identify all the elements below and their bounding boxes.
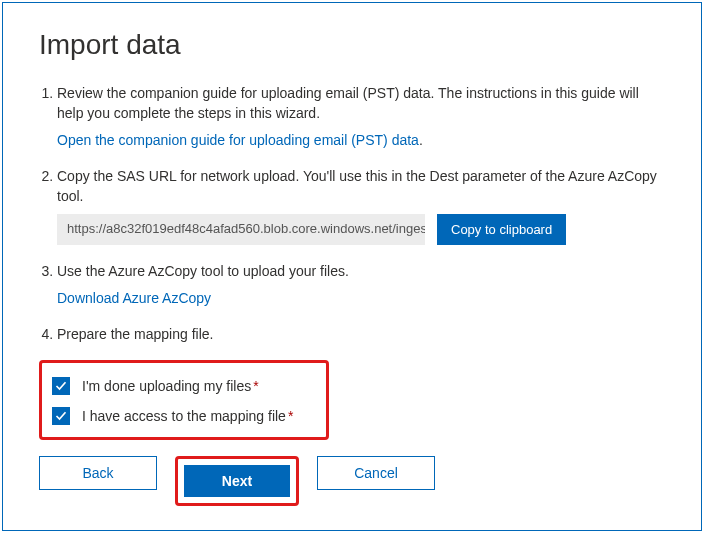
sas-url-field[interactable]: https://a8c32f019edf48c4afad560.blob.cor… (57, 214, 425, 245)
checkmark-icon (55, 410, 67, 422)
step-2-text: Copy the SAS URL for network upload. You… (57, 168, 657, 204)
copy-to-clipboard-button[interactable]: Copy to clipboard (437, 214, 566, 245)
cancel-button[interactable]: Cancel (317, 456, 435, 490)
checkbox-done-uploading-label: I'm done uploading my files* (82, 378, 259, 394)
download-azcopy-link[interactable]: Download Azure AzCopy (57, 290, 211, 306)
step-2: Copy the SAS URL for network upload. You… (57, 166, 665, 245)
step-4: Prepare the mapping file. (57, 324, 665, 344)
step-4-text: Prepare the mapping file. (57, 326, 213, 342)
step-3: Use the Azure AzCopy tool to upload your… (57, 261, 665, 308)
checkbox-mapping-file-access[interactable] (52, 407, 70, 425)
checkbox-done-uploading[interactable] (52, 377, 70, 395)
steps-list: Review the companion guide for uploading… (39, 83, 665, 344)
confirmation-checkboxes: I'm done uploading my files* I have acce… (39, 360, 329, 440)
required-indicator: * (253, 378, 258, 394)
required-indicator: * (288, 408, 293, 424)
next-button[interactable]: Next (184, 465, 290, 497)
checkmark-icon (55, 380, 67, 392)
back-button[interactable]: Back (39, 456, 157, 490)
step-3-text: Use the Azure AzCopy tool to upload your… (57, 263, 349, 279)
page-title: Import data (39, 29, 665, 61)
wizard-buttons: Back Next Cancel (39, 456, 665, 506)
next-button-highlight: Next (175, 456, 299, 506)
step-1: Review the companion guide for uploading… (57, 83, 665, 150)
checkbox-mapping-file-access-label: I have access to the mapping file* (82, 408, 293, 424)
import-data-panel: Import data Review the companion guide f… (2, 2, 702, 531)
step-1-text: Review the companion guide for uploading… (57, 85, 639, 121)
companion-guide-link[interactable]: Open the companion guide for uploading e… (57, 132, 419, 148)
